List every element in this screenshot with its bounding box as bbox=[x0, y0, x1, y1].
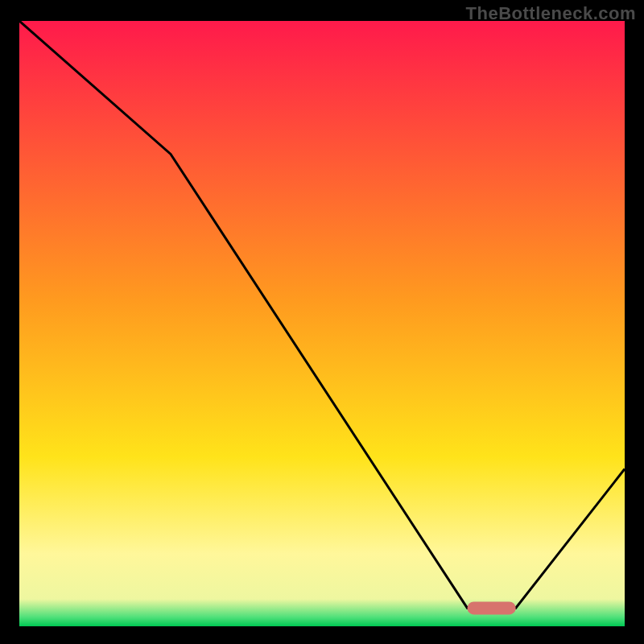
optimal-range-marker bbox=[468, 601, 516, 614]
chart-frame: TheBottleneck.com bbox=[0, 0, 644, 644]
bottleneck-chart bbox=[19, 21, 625, 626]
chart-svg bbox=[19, 21, 625, 626]
gradient-background bbox=[19, 21, 625, 626]
watermark-text: TheBottleneck.com bbox=[466, 3, 636, 24]
